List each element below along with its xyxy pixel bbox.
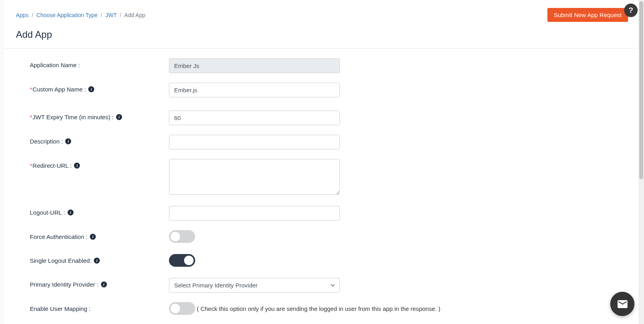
required-marker: * (30, 86, 32, 93)
redirect-url-textarea[interactable] (169, 159, 340, 195)
jwt-expiry-label: JWT Expiry Time (in minutes) : (33, 114, 114, 120)
breadcrumb-choose-type[interactable]: Choose Application Type (37, 12, 98, 18)
redirect-url-info-icon[interactable]: i (74, 163, 80, 169)
scrollbar-thumb[interactable] (639, 1, 643, 179)
breadcrumb-sep: / (101, 12, 102, 18)
custom-app-name-input[interactable] (169, 83, 340, 97)
mail-icon (617, 298, 628, 310)
breadcrumb: Apps / Choose Application Type / JWT / A… (16, 12, 145, 18)
chat-fab-button[interactable] (610, 292, 634, 316)
breadcrumb-apps[interactable]: Apps (16, 12, 29, 18)
single-logout-enabled-info-icon[interactable]: i (94, 258, 100, 264)
logout-url-info-icon[interactable]: i (68, 210, 74, 215)
force-authentication-toggle[interactable] (169, 230, 195, 243)
required-marker: * (30, 114, 32, 120)
application-name-label: Application Name : (30, 62, 80, 68)
breadcrumb-sep: / (120, 12, 122, 18)
description-label: Description : (30, 138, 63, 145)
enable-user-mapping-label: Enable User Mapping : (30, 305, 91, 312)
submit-new-app-request-button[interactable]: Submit New App Request (547, 8, 628, 22)
single-logout-enabled-label: Single Logout Enabled: (30, 257, 91, 264)
breadcrumb-jwt[interactable]: JWT (105, 12, 117, 18)
required-marker: * (30, 162, 32, 169)
primary-identity-provider-label: Primary Identity Provider : (30, 281, 99, 288)
logout-url-label: Logout-URL : (30, 209, 65, 216)
enable-user-mapping-hint: ( Check this option only if you are send… (197, 305, 440, 312)
breadcrumb-current: Add App (124, 12, 145, 18)
vertical-scrollbar[interactable] (638, 0, 644, 324)
force-authentication-info-icon[interactable]: i (90, 234, 96, 240)
custom-app-name-label: Custom App Name : (33, 86, 86, 93)
jwt-expiry-input[interactable] (169, 111, 340, 125)
breadcrumb-sep: / (32, 12, 33, 18)
description-input[interactable] (169, 135, 340, 149)
primary-identity-provider-info-icon[interactable]: i (101, 281, 107, 287)
page-title: Add App (4, 22, 640, 49)
custom-app-name-info-icon[interactable]: i (88, 86, 94, 92)
description-info-icon[interactable]: i (65, 138, 71, 144)
application-name-input (169, 58, 340, 73)
enable-user-mapping-toggle[interactable] (169, 302, 195, 315)
single-logout-enabled-toggle[interactable] (169, 254, 195, 267)
add-app-form: Application Name : *Custom App Name : i … (4, 49, 640, 315)
force-authentication-label: Force Authentication : (30, 233, 87, 240)
redirect-url-label: Redirect-URL : (33, 162, 72, 169)
logout-url-input[interactable] (169, 206, 340, 221)
jwt-expiry-info-icon[interactable]: i (116, 114, 122, 120)
primary-identity-provider-select[interactable]: Select Primary Identity Provider (169, 278, 340, 293)
help-icon[interactable]: ? (624, 4, 638, 17)
